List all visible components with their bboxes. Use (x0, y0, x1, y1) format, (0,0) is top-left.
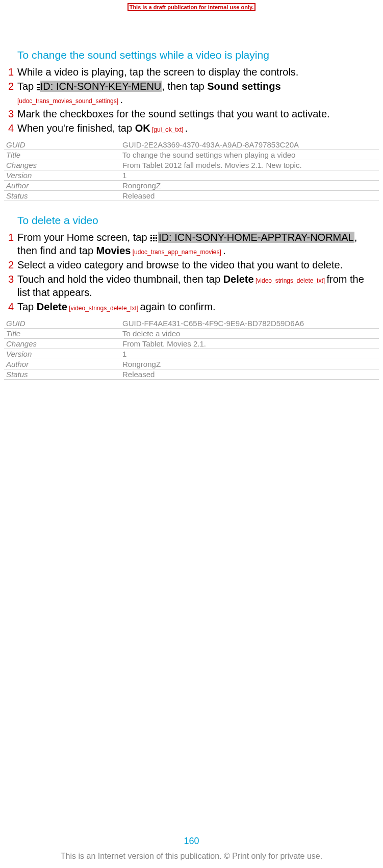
meta-row: TitleTo delete a video (4, 329, 379, 339)
meta-row: ChangesFrom Tablet. Movies 2.1. (4, 339, 379, 349)
svg-rect-7 (153, 240, 155, 241)
step-text: Tap ID: ICN-SONY-KEY-MENU, then tap Soun… (17, 80, 375, 106)
meta-row: Version1 (4, 349, 379, 359)
step-number: 4 (8, 121, 17, 135)
meta-row: ChangesFrom Tablet 2012 fall models. Mov… (4, 160, 379, 170)
meta-row: Version1 (4, 170, 379, 181)
apptray-icon (150, 234, 158, 242)
meta-table-1: GUIDGUID-2E2A3369-4370-493A-A9AD-8A79785… (4, 140, 379, 201)
section1-title: To change the sound settings while a vid… (17, 49, 379, 61)
svg-rect-5 (156, 237, 157, 239)
step-number: 3 (8, 107, 17, 120)
meta-value: GUID-2E2A3369-4370-493A-A9AD-8A797853C20… (120, 140, 379, 150)
meta-key: Status (4, 191, 120, 201)
meta-key: Title (4, 150, 120, 160)
meta-row: StatusReleased (4, 369, 379, 380)
meta-value: From Tablet. Movies 2.1. (120, 339, 379, 349)
step-text: When you're finished, tap OK [gui_ok_txt… (17, 121, 375, 135)
translation-key: [video_strings_delete_txt] (254, 277, 327, 284)
draft-banner-text: This is a draft publication for internal… (127, 3, 256, 11)
step: 3Touch and hold the video thumbnail, the… (8, 272, 375, 299)
svg-rect-1 (153, 235, 155, 236)
resource-id: ID: ICN-SONY-KEY-MENU (40, 81, 162, 92)
meta-value: RongrongZ (120, 181, 379, 191)
step-number: 1 (8, 65, 17, 79)
meta-value: RongrongZ (120, 359, 379, 369)
meta-value: Released (120, 369, 379, 380)
step: 4Tap Delete [video_strings_delete_txt] a… (8, 300, 375, 313)
step-text: While a video is playing, tap the screen… (17, 65, 375, 79)
meta-value: To change the sound settings when playin… (120, 150, 379, 160)
meta-row: StatusReleased (4, 191, 379, 201)
step-text: Select a video category and browse to th… (17, 258, 375, 271)
step: 4When you're finished, tap OK [gui_ok_tx… (8, 121, 375, 135)
section1-steps: 1While a video is playing, tap the scree… (8, 65, 375, 135)
step-text: Tap Delete [video_strings_delete_txt] ag… (17, 300, 375, 313)
meta-key: Title (4, 329, 120, 339)
meta-key: Version (4, 349, 120, 359)
menu-key-icon (37, 84, 40, 91)
svg-rect-6 (150, 240, 152, 241)
page-number: 160 (0, 836, 383, 847)
svg-rect-4 (153, 237, 155, 239)
step: 3Mark the checkboxes for the sound setti… (8, 107, 375, 120)
meta-value: To delete a video (120, 329, 379, 339)
svg-rect-8 (156, 240, 157, 241)
footer-text: This is an Internet version of this publ… (0, 852, 383, 861)
meta-key: Status (4, 369, 120, 380)
translation-key: [udoc_trans_app_name_movies] (131, 249, 223, 256)
meta-table-2: GUIDGUID-FF4AE431-C65B-4F9C-9E9A-BD782D5… (4, 318, 379, 380)
step-number: 2 (8, 258, 17, 271)
meta-row: GUIDGUID-FF4AE431-C65B-4F9C-9E9A-BD782D5… (4, 318, 379, 329)
meta-row: GUIDGUID-2E2A3369-4370-493A-A9AD-8A79785… (4, 140, 379, 150)
step-number: 4 (8, 300, 17, 313)
svg-rect-2 (156, 235, 157, 236)
step: 1While a video is playing, tap the scree… (8, 65, 375, 79)
step-number: 1 (8, 231, 17, 257)
svg-rect-3 (150, 237, 152, 239)
translation-key: [udoc_trans_movies_sound_settings] (17, 97, 120, 105)
meta-key: GUID (4, 140, 120, 150)
page-footer: 160 This is an Internet version of this … (0, 836, 383, 861)
meta-value: 1 (120, 349, 379, 359)
meta-value: GUID-FF4AE431-C65B-4F9C-9E9A-BD782D59D6A… (120, 318, 379, 329)
step-number: 2 (8, 80, 17, 106)
step-number: 3 (8, 272, 17, 299)
meta-value: 1 (120, 170, 379, 181)
meta-key: Changes (4, 339, 120, 349)
meta-row: TitleTo change the sound settings when p… (4, 150, 379, 160)
translation-key: [video_strings_delete_txt] (67, 305, 140, 312)
meta-row: AuthorRongrongZ (4, 181, 379, 191)
meta-value: From Tablet 2012 fall models. Movies 2.1… (120, 160, 379, 170)
step: 1From your Home screen, tap ID: ICN-SONY… (8, 231, 375, 257)
section2-steps: 1From your Home screen, tap ID: ICN-SONY… (8, 231, 375, 313)
step: 2Tap ID: ICN-SONY-KEY-MENU, then tap Sou… (8, 80, 375, 106)
meta-key: Version (4, 170, 120, 181)
step-text: From your Home screen, tap ID: ICN-SONY-… (17, 231, 375, 257)
step-text: Mark the checkboxes for the sound settin… (17, 107, 375, 120)
meta-value: Released (120, 191, 379, 201)
meta-key: Changes (4, 160, 120, 170)
meta-key: Author (4, 181, 120, 191)
draft-banner: This is a draft publication for internal… (0, 0, 383, 12)
meta-row: AuthorRongrongZ (4, 359, 379, 369)
meta-key: GUID (4, 318, 120, 329)
svg-rect-0 (150, 235, 152, 236)
resource-id: ID: ICN-SONY-HOME-APPTRAY-NORMAL (158, 232, 354, 243)
step-text: Touch and hold the video thumbnail, then… (17, 272, 375, 299)
translation-key: [gui_ok_txt] (150, 126, 185, 133)
section2-title: To delete a video (17, 214, 379, 227)
meta-key: Author (4, 359, 120, 369)
step: 2Select a video category and browse to t… (8, 258, 375, 271)
